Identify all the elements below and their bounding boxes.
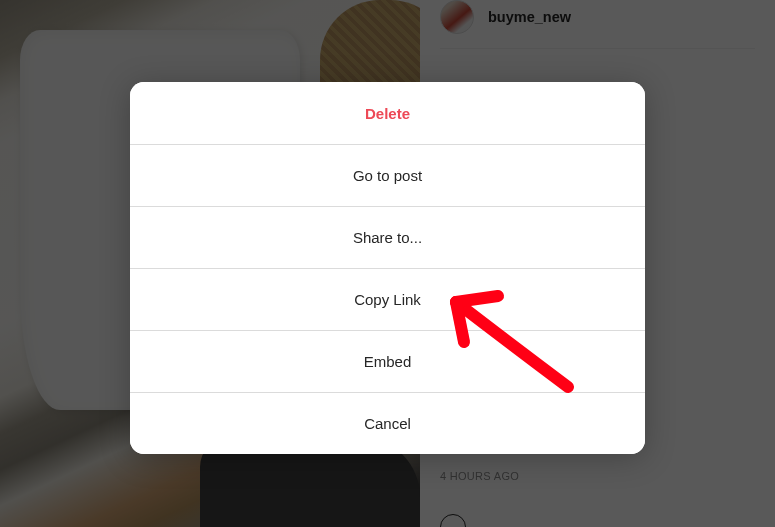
go-to-post-option[interactable]: Go to post: [130, 144, 645, 206]
cancel-option[interactable]: Cancel: [130, 392, 645, 454]
modal-overlay[interactable]: Delete Go to post Share to... Copy Link …: [0, 0, 775, 527]
delete-option[interactable]: Delete: [130, 82, 645, 144]
share-to-option[interactable]: Share to...: [130, 206, 645, 268]
embed-option[interactable]: Embed: [130, 330, 645, 392]
copy-link-option[interactable]: Copy Link: [130, 268, 645, 330]
options-modal: Delete Go to post Share to... Copy Link …: [130, 82, 645, 454]
